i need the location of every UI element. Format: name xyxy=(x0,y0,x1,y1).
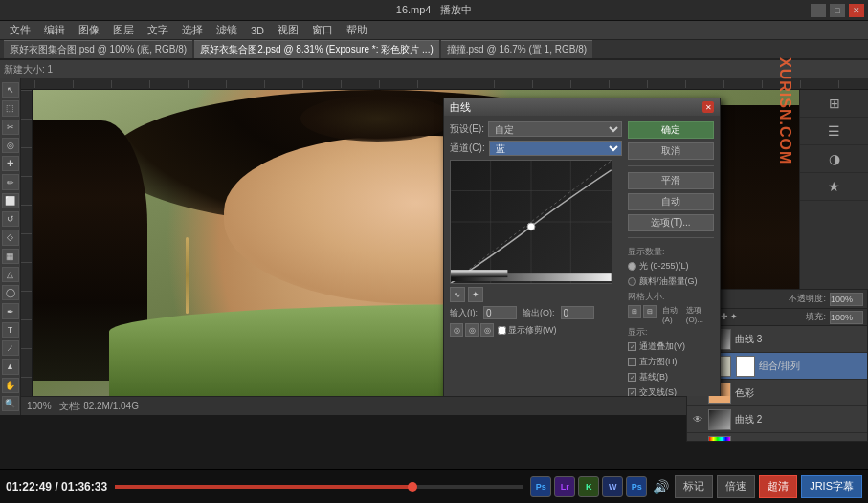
super-btn[interactable]: 超清 xyxy=(759,475,797,498)
curves-dialog: 曲线 ✕ 预设(E): 自定 xyxy=(443,98,721,396)
eyedropper-buttons: ◎ ◎ ◎ xyxy=(450,323,494,337)
tab-1[interactable]: 原好衣图集合图.psd @ 100% (底, RGB/8) xyxy=(4,40,192,58)
curve-edit-btn[interactable]: ∿ xyxy=(450,287,465,302)
grid-size-label: 网格大小: xyxy=(628,291,714,303)
tool-history[interactable]: ↺ xyxy=(2,211,19,227)
tool-eraser[interactable]: ◇ xyxy=(2,230,19,245)
options-bar: 新建大小: 1 xyxy=(0,59,868,78)
curves-right-panel: 确定 取消 平滑 自动 选项(T)... 显示数量: 光 xyxy=(628,121,714,396)
taskbar-icon-ps[interactable]: Ps xyxy=(530,476,551,497)
histogram-check[interactable] xyxy=(628,358,636,366)
menu-filter[interactable]: 滤镜 xyxy=(211,21,243,39)
tool-crop[interactable]: ✂ xyxy=(2,120,19,135)
curves-dialog-titlebar: 曲线 ✕ xyxy=(444,98,720,116)
panel-icon-2[interactable]: ☰ xyxy=(800,118,868,145)
curves-canvas[interactable] xyxy=(450,160,612,284)
taskbar-icon-ps2[interactable]: Ps xyxy=(626,476,647,497)
channel-overlay-check[interactable]: ✓ xyxy=(628,342,636,351)
subtitle-btn[interactable]: JRIS字幕 xyxy=(801,475,862,498)
smooth-btn[interactable]: 平滑 xyxy=(628,172,714,189)
curves-svg xyxy=(451,161,612,283)
progress-dot xyxy=(408,482,417,492)
baseline-check[interactable]: ✓ xyxy=(628,373,636,382)
menu-layer[interactable]: 图层 xyxy=(107,21,140,39)
layer-eye-4[interactable]: 👁 xyxy=(691,414,704,425)
tab-2[interactable]: 原好衣集合图2.psd @ 8.31% (Exposure *: 彩色胶片 ..… xyxy=(194,40,439,58)
tool-hand[interactable]: ✋ xyxy=(2,378,19,393)
light-radio[interactable] xyxy=(628,262,636,271)
tool-pen[interactable]: ✒ xyxy=(2,303,19,318)
channel-select[interactable]: 蓝 xyxy=(489,141,622,156)
tool-blur[interactable]: △ xyxy=(2,267,19,282)
fill-input[interactable] xyxy=(830,311,863,324)
tab-3[interactable]: 撞撞.psd @ 16.7% (置 1, RGB/8) xyxy=(441,40,592,58)
eyedrop-black[interactable]: ◎ xyxy=(450,323,463,337)
progress-bar[interactable] xyxy=(115,485,523,489)
menu-select[interactable]: 选择 xyxy=(176,21,209,39)
eyedrop-white[interactable]: ◎ xyxy=(480,323,494,337)
tool-shape[interactable]: ▲ xyxy=(2,359,19,374)
output-value[interactable] xyxy=(561,306,594,319)
taskbar-icon-k[interactable]: K xyxy=(578,476,599,497)
menu-text[interactable]: 文字 xyxy=(142,21,174,39)
curves-close-btn[interactable]: ✕ xyxy=(702,101,714,113)
tool-dodge[interactable]: ◯ xyxy=(2,285,19,300)
mark-btn[interactable]: 标记 xyxy=(675,475,713,498)
channel-row: 通道(C): 蓝 xyxy=(450,141,622,156)
tool-brush[interactable]: ✏ xyxy=(2,174,19,189)
volume-btn[interactable]: 🔊 xyxy=(651,477,671,496)
menu-edit[interactable]: 编辑 xyxy=(38,21,71,39)
layers-opacity-input[interactable] xyxy=(830,293,863,306)
layer-eye-5[interactable]: 👁 xyxy=(691,441,704,442)
menu-image[interactable]: 图像 xyxy=(73,21,105,39)
tool-gradient[interactable]: ▦ xyxy=(2,249,19,264)
menu-file[interactable]: 文件 xyxy=(4,21,36,39)
layer-name-5: 色相/饱和度 1 xyxy=(735,440,863,443)
ok-btn[interactable]: 确定 xyxy=(628,121,714,139)
tool-lasso[interactable]: ⬚ xyxy=(2,100,19,116)
eyedrop-gray[interactable]: ◎ xyxy=(465,323,479,337)
tool-eyedropper[interactable]: ◎ xyxy=(2,138,19,153)
menu-view[interactable]: 视图 xyxy=(272,21,304,39)
tool-zoom[interactable]: 🔍 xyxy=(2,396,19,411)
options-btn[interactable]: 选项(T)... xyxy=(628,214,714,231)
fill-label: 填充: xyxy=(806,311,826,323)
layer-row-curves2[interactable]: 👁 曲线 2 xyxy=(687,406,867,433)
taskbar-icon-lr[interactable]: Lr xyxy=(554,476,575,497)
speed-btn[interactable]: 倍速 xyxy=(717,475,755,498)
tool-path[interactable]: ⟋ xyxy=(2,340,19,356)
tool-options-text: 新建大小: 1 xyxy=(4,63,53,77)
close-btn[interactable]: ✕ xyxy=(849,4,864,17)
curve-point-btn[interactable]: ✦ xyxy=(468,287,483,302)
panel-icon-adjust[interactable]: ◑ xyxy=(800,145,868,173)
curves-dialog-title: 曲线 xyxy=(450,100,471,115)
tool-select[interactable]: ↖ xyxy=(2,82,19,98)
taskbar-icon-w[interactable]: W xyxy=(602,476,623,497)
show-clipping-label: 显示修剪(W) xyxy=(508,324,557,337)
tool-type[interactable]: T xyxy=(2,322,19,338)
panel-icon-styles[interactable]: ★ xyxy=(800,173,868,201)
pigment-radio[interactable] xyxy=(628,277,636,286)
channel-label: 通道(C): xyxy=(450,142,485,155)
show-clipping-checkbox[interactable] xyxy=(498,326,506,335)
grid-small-btn[interactable]: ⊞ xyxy=(628,305,641,318)
intersection-check[interactable]: ✓ xyxy=(628,388,636,396)
preset-select[interactable]: 自定 xyxy=(488,121,622,137)
menu-3d[interactable]: 3D xyxy=(245,23,270,38)
top-ruler xyxy=(21,78,868,90)
title-bar: 16.mp4 - 播放中 ─ □ ✕ xyxy=(0,0,868,21)
baseline-label: 基线(B) xyxy=(639,371,668,383)
light-label: 光 (0-255)(L) xyxy=(639,260,689,273)
auto-btn[interactable]: 自动 xyxy=(628,193,714,210)
tool-heal[interactable]: ✚ xyxy=(2,156,19,171)
menu-help[interactable]: 帮助 xyxy=(341,21,373,39)
cancel-btn[interactable]: 取消 xyxy=(628,142,714,160)
maximize-btn[interactable]: □ xyxy=(830,4,845,17)
menu-window[interactable]: 窗口 xyxy=(306,21,339,39)
layer-row-hue[interactable]: 👁 色相/饱和度 1 xyxy=(687,433,867,442)
minimize-btn[interactable]: ─ xyxy=(811,4,826,17)
grid-large-btn[interactable]: ⊟ xyxy=(643,305,657,318)
tool-stamp[interactable]: ⬜ xyxy=(2,193,19,208)
input-value[interactable] xyxy=(483,306,517,319)
panel-icon-1[interactable]: ⊞ xyxy=(800,90,868,118)
